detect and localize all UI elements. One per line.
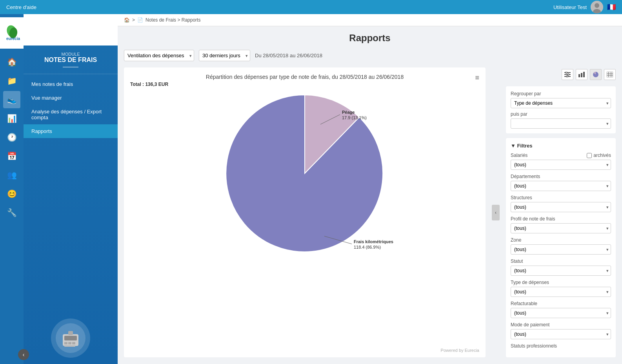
pie-chart-container: Péage 17.9 (13.1%) Frais kilométriques 1… bbox=[130, 95, 479, 260]
sidebar: MODULE NOTES DE FRAIS Mes notes de frais… bbox=[24, 14, 118, 364]
label-peage: Péage bbox=[342, 110, 355, 115]
sidebar-item-expense[interactable]: 👟 bbox=[3, 91, 20, 108]
page-content: Rapports Ventilation des dépenses Évolut… bbox=[118, 26, 622, 364]
archives-checkbox-label[interactable]: archivés bbox=[587, 153, 611, 158]
collapse-sidebar-button[interactable]: ‹ bbox=[18, 349, 29, 360]
chart-menu-icon[interactable]: ≡ bbox=[475, 74, 479, 82]
sidebar-item-folder[interactable]: 📁 bbox=[3, 72, 20, 89]
report-type-wrapper: Ventilation des dépenses Évolution bbox=[124, 50, 194, 61]
filter-departements-label: Départements bbox=[511, 174, 611, 179]
svg-rect-12 bbox=[64, 345, 75, 347]
filter-statut-label: Statut bbox=[511, 258, 611, 264]
filter-type-depenses-wrapper: (tous) bbox=[511, 287, 611, 297]
sidebar-module: MODULE NOTES DE FRAIS bbox=[24, 46, 118, 74]
regrouper-select-wrapper: Type de dépenses Salarié Département bbox=[511, 98, 611, 108]
filter-statut-select[interactable]: (tous) bbox=[511, 266, 611, 276]
period-wrapper: 30 derniers jours 7 derniers jours Cette… bbox=[199, 50, 250, 61]
filter-mode-paiement-wrapper: (tous) bbox=[511, 329, 611, 339]
logo-area: eurecia bbox=[0, 17, 24, 49]
filter-type-depenses-select[interactable]: (tous) bbox=[511, 287, 611, 297]
sidebar-nav: Mes notes de frais Vue manager Analyse d… bbox=[24, 74, 118, 318]
panel-collapse-area: ‹ bbox=[492, 67, 500, 357]
sidebar-nav-mes-notes[interactable]: Mes notes de frais bbox=[24, 77, 118, 91]
icon-bar: eurecia 🏠 📁 👟 📊 🕐 📅 👥 😊 🔧 bbox=[0, 14, 24, 364]
filter-departements-select[interactable]: (tous) bbox=[511, 181, 611, 191]
regrouper-label: Regrouper par bbox=[511, 91, 611, 96]
sidebar-item-dashboard[interactable]: 📊 bbox=[3, 110, 20, 127]
filter-structures-label: Structures bbox=[511, 195, 611, 200]
filter-mode-paiement-select[interactable]: (tous) bbox=[511, 329, 611, 339]
sidebar-illustration bbox=[24, 318, 118, 364]
bar-chart-view-btn[interactable] bbox=[576, 69, 587, 80]
sidebar-item-home[interactable]: 🏠 bbox=[3, 53, 20, 71]
filter-panel: ▼ Filtres Salariés archivés bbox=[506, 138, 616, 357]
sidebar-module-label: MODULE bbox=[30, 52, 111, 56]
chart-total: Total : 136,3 EUR bbox=[130, 82, 479, 87]
filter-profil-group: Profil de note de frais (tous) bbox=[511, 216, 611, 233]
svg-rect-26 bbox=[607, 72, 613, 77]
filter-statut-group: Statut (tous) bbox=[511, 258, 611, 276]
view-icons bbox=[506, 67, 616, 82]
filter-structures-select[interactable]: (tous) bbox=[511, 202, 611, 212]
filter-profil-select[interactable]: (tous) bbox=[511, 223, 611, 233]
language-flag[interactable]: 🇫🇷 bbox=[607, 3, 616, 11]
panel-collapse-btn[interactable]: ‹ bbox=[492, 205, 500, 220]
topbar-right: Utilisateur Test 🇫🇷 bbox=[553, 1, 616, 13]
chart-title: Répartition des dépenses par type de not… bbox=[130, 74, 479, 80]
svg-point-1 bbox=[595, 3, 599, 8]
archives-checkbox[interactable] bbox=[587, 153, 592, 158]
main-panel: Répartition des dépenses par type de not… bbox=[124, 67, 616, 357]
sidebar-nav-rapports[interactable]: Rapports bbox=[24, 124, 118, 138]
puis-par-select[interactable] bbox=[511, 118, 611, 129]
filter-zone-group: Zone (tous) bbox=[511, 237, 611, 255]
filter-statut-wrapper: (tous) bbox=[511, 266, 611, 276]
svg-rect-23 bbox=[581, 73, 582, 77]
puis-par-select-wrapper bbox=[511, 118, 611, 129]
svg-point-21 bbox=[566, 76, 568, 77]
svg-text:eurecia: eurecia bbox=[6, 36, 20, 41]
regrouper-section: Regrouper par Type de dépenses Salarié D… bbox=[506, 86, 616, 133]
filter-mode-paiement-label: Mode de paiement bbox=[511, 322, 611, 328]
avatar[interactable] bbox=[591, 1, 603, 13]
sidebar-nav-analyse[interactable]: Analyse des dépenses / Export compta bbox=[24, 105, 118, 124]
filter-departements-wrapper: (tous) bbox=[511, 181, 611, 191]
main-layout: eurecia 🏠 📁 👟 📊 🕐 📅 👥 😊 🔧 MODULE NOTES D… bbox=[0, 14, 622, 364]
content-area: 🏠 > 📄 Notes de Frais > Rapports Rapports… bbox=[118, 14, 622, 364]
filter-salaries-label: Salariés archivés bbox=[511, 153, 611, 158]
filter-statuts-pro-label: Statuts professionnels bbox=[511, 343, 611, 349]
filter-refacturable-select[interactable]: (tous) bbox=[511, 308, 611, 318]
full-sidebar: eurecia 🏠 📁 👟 📊 🕐 📅 👥 😊 🔧 MODULE NOTES D… bbox=[0, 14, 118, 364]
filter-structures-group: Structures (tous) bbox=[511, 195, 611, 212]
breadcrumb-home-icon: 🏠 bbox=[124, 17, 130, 23]
filter-departements-group: Départements (tous) bbox=[511, 174, 611, 191]
filter-salaries-group: Salariés archivés (tous) bbox=[511, 153, 611, 170]
pie-chart-view-btn[interactable] bbox=[590, 69, 602, 80]
filter-salaries-select[interactable]: (tous) bbox=[511, 160, 611, 170]
regrouper-select[interactable]: Type de dépenses Salarié Département bbox=[511, 98, 611, 108]
sidebar-item-smiley[interactable]: 😊 bbox=[3, 185, 20, 202]
breadcrumb-doc-icon: 📄 bbox=[137, 17, 143, 23]
filter-zone-select[interactable]: (tous) bbox=[511, 244, 611, 255]
sidebar-item-calendar[interactable]: 📅 bbox=[3, 147, 20, 165]
pie-chart-svg: Péage 17.9 (13.1%) Frais kilométriques 1… bbox=[207, 95, 403, 260]
value-peage: 17.9 (13.1%) bbox=[342, 115, 367, 120]
illustration-circle bbox=[51, 318, 90, 358]
report-type-select[interactable]: Ventilation des dépenses Évolution bbox=[124, 50, 194, 61]
filter-view-btn[interactable] bbox=[562, 69, 573, 80]
filter-profil-wrapper: (tous) bbox=[511, 223, 611, 233]
topbar-title: Centre d'aide bbox=[6, 4, 36, 10]
svg-rect-13 bbox=[68, 331, 73, 335]
sidebar-nav-vue-manager[interactable]: Vue manager bbox=[24, 91, 118, 105]
label-frais-km: Frais kilométriques bbox=[354, 239, 393, 244]
chart-panel: Répartition des dépenses par type de not… bbox=[124, 67, 486, 357]
sidebar-item-settings[interactable]: 🔧 bbox=[3, 204, 20, 221]
value-frais-km: 118.4 (86.9%) bbox=[354, 245, 381, 249]
svg-rect-11 bbox=[72, 342, 75, 344]
filter-zone-wrapper: (tous) bbox=[511, 244, 611, 255]
sidebar-item-clock[interactable]: 🕐 bbox=[3, 129, 20, 146]
sidebar-item-users[interactable]: 👥 bbox=[3, 166, 20, 184]
table-view-btn[interactable] bbox=[604, 69, 616, 80]
svg-point-20 bbox=[567, 74, 569, 75]
filter-section-title[interactable]: ▼ Filtres bbox=[511, 143, 611, 149]
period-select[interactable]: 30 derniers jours 7 derniers jours Cette… bbox=[199, 50, 250, 61]
